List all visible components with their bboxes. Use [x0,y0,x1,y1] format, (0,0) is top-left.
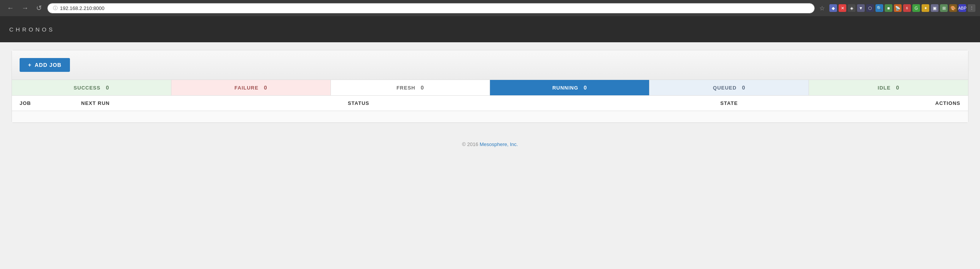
col-next-run-header: NEXT RUN [81,100,173,106]
ext-icon-10[interactable]: ✦ [922,4,929,12]
add-job-label: ADD JOB [35,62,61,68]
col-state-header: STATE [544,100,914,106]
back-button[interactable]: ← [5,3,16,13]
stat-failure-value: 0 [264,85,267,91]
stat-fresh-label: FRESH [397,85,415,91]
ext-icon-7[interactable]: ■ [885,4,892,12]
ext-icon-8[interactable]: 📡 [894,4,902,12]
empty-row [12,111,968,123]
stat-fresh[interactable]: FRESH 0 [331,80,490,95]
content-card: + ADD JOB SUCCESS 0 FAILURE 0 FRESH 0 RU… [12,50,968,123]
ext-menu[interactable]: ⋮ [968,4,975,12]
stat-running[interactable]: RUNNING 0 [490,80,649,95]
stat-queued-label: QUEUED [713,85,737,91]
add-job-button[interactable]: + ADD JOB [20,58,70,72]
extensions-area: ◆ ✕ ◈ ▼ ⬡ 🔍 ■ 📡 6 G ✦ ▣ ⊞ 🎨 ABP ⋮ [829,4,975,12]
bookmark-button[interactable]: ☆ [819,5,825,12]
app-title: CHRONOS [9,26,55,33]
plus-icon: + [28,62,32,68]
toolbar: + ADD JOB [12,50,968,80]
ext-icon-5[interactable]: ⬡ [866,4,874,12]
footer-link[interactable]: Mesosphere, Inc. [480,141,518,147]
stat-idle-label: IDLE [878,85,891,91]
stat-idle[interactable]: IDLE 0 [809,80,968,95]
address-text: 192.168.2.210:8000 [60,5,105,11]
stat-failure[interactable]: FAILURE 0 [171,80,331,95]
app-header: CHRONOS [0,16,980,42]
lock-icon: ⓘ [53,5,58,12]
address-bar[interactable]: ⓘ 192.168.2.210:8000 [47,3,815,13]
ext-icon-11[interactable]: ▣ [931,4,938,12]
stat-running-label: RUNNING [552,85,578,91]
stat-failure-label: FAILURE [234,85,259,91]
ext-icon-2[interactable]: ✕ [839,4,846,12]
ext-icon-3[interactable]: ◈ [848,4,855,12]
stat-success-label: SUCCESS [74,85,101,91]
ext-icon-4[interactable]: ▼ [857,4,865,12]
stats-row: SUCCESS 0 FAILURE 0 FRESH 0 RUNNING 0 QU… [12,80,968,96]
stat-fresh-value: 0 [421,85,424,91]
col-status-header: STATUS [173,100,544,106]
forward-button[interactable]: → [19,3,31,13]
ext-icon-9[interactable]: G [912,4,920,12]
ext-icon-14[interactable]: ABP [958,4,966,12]
ext-icon-12[interactable]: ⊞ [940,4,948,12]
col-actions-header: ACTIONS [914,100,960,106]
col-job-header: JOB [20,100,81,106]
main-content: + ADD JOB SUCCESS 0 FAILURE 0 FRESH 0 RU… [0,42,980,131]
browser-chrome: ← → ↺ ⓘ 192.168.2.210:8000 ☆ ◆ ✕ ◈ ▼ ⬡ 🔍… [0,0,980,16]
ext-icon-1[interactable]: ◆ [829,4,837,12]
footer-text: © 2016 [462,141,480,147]
stat-idle-value: 0 [896,85,899,91]
stat-queued[interactable]: QUEUED 0 [649,80,809,95]
footer: © 2016 Mesosphere, Inc. [0,131,980,158]
ext-icon-6[interactable]: 🔍 [875,4,883,12]
stat-success[interactable]: SUCCESS 0 [12,80,171,95]
stat-queued-value: 0 [742,85,746,91]
reload-button[interactable]: ↺ [34,3,44,13]
ext-icon-badge[interactable]: 6 [903,4,911,12]
ext-icon-13[interactable]: 🎨 [949,4,957,12]
stat-success-value: 0 [106,85,109,91]
stat-running-value: 0 [584,85,587,91]
table-header: JOB NEXT RUN STATUS STATE ACTIONS [12,96,968,111]
